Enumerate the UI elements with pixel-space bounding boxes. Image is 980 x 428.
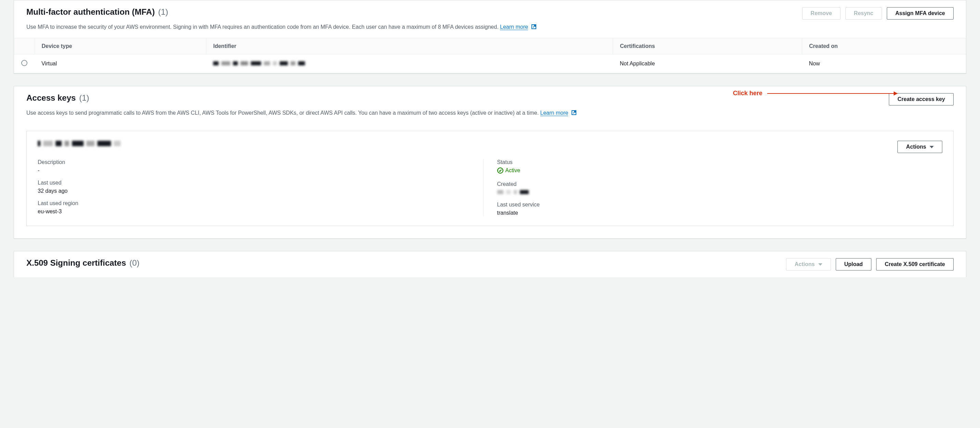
access-key-card: Actions Description - Last used 32 days …: [26, 131, 954, 226]
create-x509-button[interactable]: Create X.509 certificate: [876, 258, 954, 271]
create-access-key-button[interactable]: Create access key: [889, 93, 954, 105]
x509-title: X.509 Signing certificates: [26, 258, 126, 268]
col-certifications[interactable]: Certifications: [613, 38, 802, 54]
mfa-description: Use MFA to increase the security of your…: [14, 19, 966, 38]
access-learn-more-link[interactable]: Learn more: [540, 110, 568, 116]
mfa-learn-more-link[interactable]: Learn more: [500, 24, 528, 30]
access-keys-description: Use access keys to send programmatic cal…: [14, 105, 966, 124]
value-last-used-service: translate: [497, 210, 929, 216]
caret-down-icon: [818, 263, 822, 266]
external-link-icon: [571, 109, 577, 115]
cell-created-on: Now: [802, 54, 966, 73]
x509-panel: X.509 Signing certificates (0) Actions U…: [14, 251, 966, 277]
value-last-used-region: eu-west-3: [38, 209, 469, 215]
label-status: Status: [497, 159, 929, 165]
x509-count: (0): [129, 258, 140, 268]
upload-button[interactable]: Upload: [836, 258, 871, 271]
label-last-used: Last used: [38, 180, 469, 186]
status-badge: Active: [497, 167, 520, 174]
table-row[interactable]: Virtual Not Applicable Now: [14, 54, 966, 73]
col-device-type[interactable]: Device type: [35, 38, 206, 54]
label-description: Description: [38, 159, 469, 165]
access-keys-title: Access keys: [26, 93, 76, 102]
mfa-panel: Multi-factor authentication (MFA) (1) Re…: [14, 0, 966, 74]
value-last-used: 32 days ago: [38, 188, 469, 194]
redacted-text: [213, 61, 305, 65]
mfa-table: Device type Identifier Certifications Cr…: [14, 38, 966, 73]
value-created: [497, 189, 929, 195]
access-keys-panel: Access keys (1) Create access key Click …: [14, 86, 966, 239]
value-description: -: [38, 167, 469, 174]
redacted-text: [38, 141, 121, 146]
redacted-text: [497, 190, 529, 194]
x509-actions-button[interactable]: Actions: [786, 258, 831, 271]
external-link-icon: [531, 24, 536, 29]
col-created-on[interactable]: Created on: [802, 38, 966, 54]
label-last-used-region: Last used region: [38, 200, 469, 206]
resync-button[interactable]: Resync: [845, 7, 882, 19]
cell-identifier: [206, 54, 613, 73]
label-created: Created: [497, 181, 929, 187]
row-radio[interactable]: [21, 60, 27, 66]
access-key-actions-button[interactable]: Actions: [897, 141, 942, 153]
access-keys-count: (1): [79, 93, 89, 102]
cell-device-type: Virtual: [35, 54, 206, 73]
cell-certifications: Not Applicable: [613, 54, 802, 73]
col-identifier[interactable]: Identifier: [206, 38, 613, 54]
assign-mfa-button[interactable]: Assign MFA device: [887, 7, 954, 19]
caret-down-icon: [930, 146, 934, 148]
check-circle-icon: [497, 167, 503, 174]
label-last-used-service: Last used service: [497, 202, 929, 208]
remove-button[interactable]: Remove: [802, 7, 840, 19]
access-key-id: [38, 141, 121, 147]
mfa-count: (1): [158, 7, 168, 16]
mfa-title: Multi-factor authentication (MFA): [26, 7, 155, 16]
